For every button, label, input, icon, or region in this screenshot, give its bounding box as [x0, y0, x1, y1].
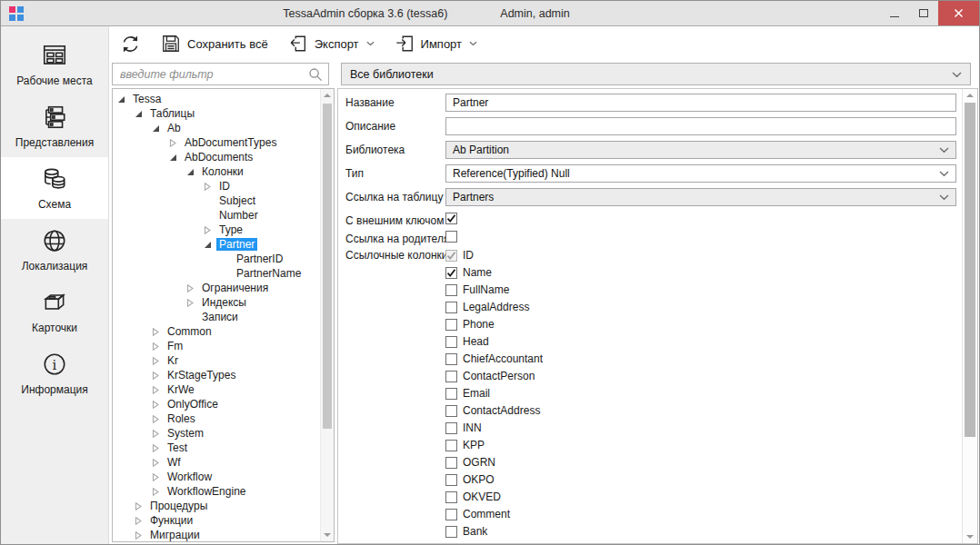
tree-item-Kr[interactable]: Kr — [113, 353, 319, 368]
tree-item-Test[interactable]: Test — [113, 441, 319, 455]
checkbox-OKVED[interactable] — [445, 491, 457, 503]
filter-input[interactable] — [113, 68, 308, 81]
tree-item-AbDocuments[interactable]: AbDocuments — [113, 150, 319, 164]
tree-expanded-icon[interactable] — [135, 109, 144, 118]
scroll-up-icon[interactable] — [324, 94, 331, 97]
input-описание[interactable] — [445, 117, 956, 135]
tree-item-Workflow[interactable]: Workflow — [113, 470, 319, 484]
tree-item-Common[interactable]: Common — [113, 324, 319, 339]
checkbox-ContactAddress[interactable] — [445, 405, 457, 417]
tree-item-Subject[interactable]: Subject — [113, 193, 319, 208]
checkbox-Email[interactable] — [445, 388, 457, 400]
tree-expanded-icon[interactable] — [169, 153, 178, 162]
tree-collapsed-icon[interactable] — [152, 414, 161, 423]
tree-item-Partner[interactable]: Partner — [113, 237, 319, 252]
tree-collapsed-icon[interactable] — [204, 182, 213, 191]
tree-item-KrStageTypes[interactable]: KrStageTypes — [113, 368, 319, 382]
tree-expanded-icon[interactable] — [152, 124, 161, 133]
tree-expanded-icon[interactable] — [117, 94, 126, 104]
tree-item-WorkflowEngine[interactable]: WorkflowEngine — [113, 484, 319, 499]
form-scrollbar[interactable] — [962, 89, 977, 543]
tree-collapsed-icon[interactable] — [186, 283, 195, 292]
tree-collapsed-icon[interactable] — [152, 429, 161, 438]
minimize-button[interactable] — [880, 1, 909, 25]
sidebar-item-localization[interactable]: Локализация — [1, 219, 108, 281]
sidebar-item-workplaces[interactable]: Рабочие места — [1, 34, 108, 95]
tree-scrollbar-thumb[interactable] — [323, 104, 332, 429]
tree-collapsed-icon[interactable] — [152, 443, 161, 452]
import-button[interactable]: Импорт — [395, 34, 477, 54]
sidebar-item-cards[interactable]: Карточки — [1, 281, 108, 342]
tree-item-Индексы[interactable]: Индексы — [113, 295, 319, 310]
checkbox-ChiefAccountant[interactable] — [445, 353, 457, 365]
tree-item-Wf[interactable]: Wf — [113, 455, 319, 470]
checkbox-Comment[interactable] — [445, 509, 457, 520]
sidebar-item-schema[interactable]: Схема — [1, 157, 108, 219]
checkbox-ContactPerson[interactable] — [445, 371, 457, 382]
tree-item-System[interactable]: System — [113, 426, 319, 441]
tree-collapsed-icon[interactable] — [186, 298, 195, 307]
library-selector[interactable]: Все библиотеки — [341, 63, 971, 85]
tree-item-Ab[interactable]: Ab — [113, 121, 319, 135]
scroll-down-icon[interactable] — [324, 533, 331, 537]
tree-collapsed-icon[interactable] — [204, 225, 213, 234]
tree-collapsed-icon[interactable] — [135, 516, 144, 525]
tree-item-ID[interactable]: ID — [113, 179, 319, 193]
checkbox-OGRN[interactable] — [445, 457, 457, 469]
checkbox-LegalAddress[interactable] — [445, 302, 457, 313]
tree-expanded-icon[interactable] — [186, 167, 195, 176]
close-button[interactable] — [938, 1, 979, 25]
tree-collapsed-icon[interactable] — [152, 458, 161, 467]
tree-collapsed-icon[interactable] — [152, 356, 161, 365]
scroll-up-icon[interactable] — [966, 94, 974, 97]
tree-collapsed-icon[interactable] — [152, 371, 161, 380]
checkbox-KPP[interactable] — [445, 440, 457, 451]
sidebar-item-information[interactable]: iИнформация — [1, 342, 108, 404]
input-название[interactable]: Partner — [445, 94, 956, 112]
tree-collapsed-icon[interactable] — [152, 487, 161, 496]
tree-item-Записи[interactable]: Записи — [113, 310, 319, 324]
checkbox-OKPO[interactable] — [445, 474, 457, 486]
tree-collapsed-icon[interactable] — [135, 501, 144, 510]
tree-item-PartnerName[interactable]: PartnerName — [113, 266, 319, 281]
scroll-down-icon[interactable] — [966, 535, 974, 539]
checkbox-Name[interactable] — [445, 267, 457, 279]
select-тип[interactable]: Reference(Typified) Null — [445, 164, 956, 183]
checkbox-FullName[interactable] — [445, 284, 457, 296]
tree-item-Type[interactable]: Type — [113, 223, 319, 237]
form-scrollbar-thumb[interactable] — [965, 103, 975, 437]
tree-item-AbDocumentTypes[interactable]: AbDocumentTypes — [113, 135, 319, 150]
checkbox-Bank[interactable] — [445, 526, 457, 538]
tree-item-PartnerID[interactable]: PartnerID — [113, 252, 319, 266]
tree-collapsed-icon[interactable] — [135, 530, 144, 540]
tree-collapsed-icon[interactable] — [152, 327, 161, 336]
tree-collapsed-icon[interactable] — [152, 342, 161, 351]
checkbox-Phone[interactable] — [445, 319, 457, 331]
maximize-button[interactable] — [909, 1, 938, 25]
tree-collapsed-icon[interactable] — [152, 400, 161, 409]
tree-scrollbar[interactable] — [320, 89, 334, 541]
select-библиотека[interactable]: Ab Partition — [445, 141, 956, 159]
tree-item-Roles[interactable]: Roles — [113, 411, 319, 426]
tree-collapsed-icon[interactable] — [169, 138, 178, 147]
tree-item-KrWe[interactable]: KrWe — [113, 382, 319, 397]
tree-item-Функции[interactable]: Функции — [113, 513, 319, 528]
tree-item-Number[interactable]: Number — [113, 208, 319, 223]
checkbox-с-внешним-ключом[interactable] — [445, 213, 457, 224]
checkbox-Head[interactable] — [445, 336, 457, 348]
tree-expanded-icon[interactable] — [204, 240, 213, 249]
tree-item-OnlyOffice[interactable]: OnlyOffice — [113, 397, 319, 411]
tree-item-Колонки[interactable]: Колонки — [113, 164, 319, 179]
tree-item-Процедуры[interactable]: Процедуры — [113, 499, 319, 513]
tree-collapsed-icon[interactable] — [152, 472, 161, 481]
refresh-button[interactable] — [120, 34, 141, 54]
tree-item-Таблицы[interactable]: Таблицы — [113, 106, 319, 121]
export-button[interactable]: Экспорт — [288, 34, 375, 54]
tree-item-Fm[interactable]: Fm — [113, 339, 319, 353]
tree-item-Ограничения[interactable]: Ограничения — [113, 281, 319, 295]
tree-item-Tessa[interactable]: Tessa — [113, 92, 319, 106]
sidebar-item-views[interactable]: Представления — [1, 95, 108, 157]
select-ссылка-на-таблицу[interactable]: Partners — [445, 188, 956, 206]
tree-collapsed-icon[interactable] — [152, 385, 161, 394]
tree-item-Миграции[interactable]: Миграции — [113, 528, 319, 542]
